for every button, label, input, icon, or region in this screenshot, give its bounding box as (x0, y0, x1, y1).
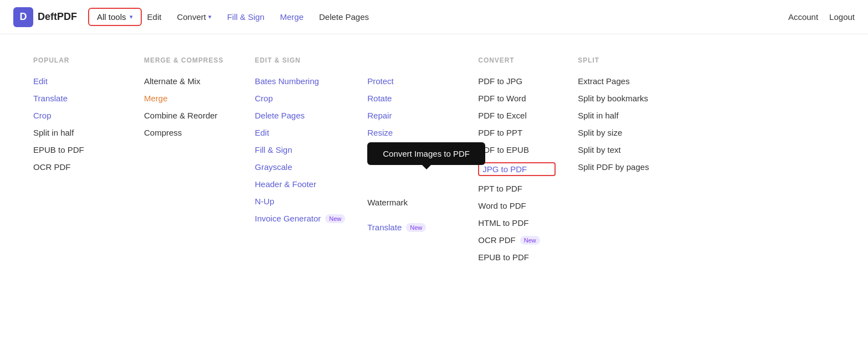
split-by-size[interactable]: Split by size (578, 128, 666, 137)
popular-edit[interactable]: Edit (33, 76, 122, 86)
popular-translate[interactable]: Translate (33, 94, 122, 103)
logo-icon: D (13, 7, 33, 27)
conv-pdf-to-jpg[interactable]: PDF to JPG (478, 76, 556, 86)
dropdown-area: POPULAR Edit Translate Crop Split in hal… (0, 34, 868, 295)
conv-word-to-pdf[interactable]: Word to PDF (478, 201, 556, 210)
logout-link[interactable]: Logout (829, 12, 855, 22)
es-edit[interactable]: Edit (255, 128, 345, 137)
conv-pdf-to-excel[interactable]: PDF to Excel (478, 111, 556, 120)
mc-combine-reorder[interactable]: Combine & Reorder (144, 111, 233, 120)
edit-sign2-items: Protect Rotate Repair Resize Sign Conver… (367, 76, 456, 232)
nav-right: Account Logout (788, 12, 855, 22)
es2-repair[interactable]: Repair (367, 111, 456, 120)
merge-compress-header: MERGE & COMPRESS (144, 56, 233, 64)
split-by-bookmarks[interactable]: Split by bookmarks (578, 94, 666, 103)
popular-items: Edit Translate Crop Split in half EPUB t… (33, 76, 122, 172)
new-badge: New (325, 214, 345, 223)
convert-header: CONVERT (478, 56, 556, 64)
es2-watermark[interactable]: Watermark (367, 198, 408, 207)
merge-compress-items: Alternate & Mix Merge Combine & Reorder … (144, 76, 233, 137)
popular-epub-to-pdf[interactable]: EPUB to PDF (33, 145, 122, 154)
navbar: D DeftPDF All tools ▾ Edit Convert ▾ Fil… (0, 0, 868, 34)
es2-rotate[interactable]: Rotate (367, 94, 456, 103)
es-invoice-generator[interactable]: Invoice Generator New (255, 214, 345, 223)
chevron-down-icon: ▾ (208, 13, 212, 20)
es-header-footer[interactable]: Header & Footer (255, 179, 345, 189)
chevron-down-icon: ▾ (130, 13, 133, 20)
es-bates-numbering[interactable]: Bates Numbering (255, 76, 345, 86)
nav-convert[interactable]: Convert ▾ (177, 12, 212, 22)
nav-delete-pages[interactable]: Delete Pages (319, 12, 369, 22)
es-n-up[interactable]: N-Up (255, 197, 345, 206)
popular-ocr-pdf[interactable]: OCR PDF (33, 162, 122, 172)
popular-split-in-half[interactable]: Split in half (33, 128, 122, 137)
popular-crop[interactable]: Crop (33, 111, 122, 120)
mc-compress[interactable]: Compress (144, 128, 233, 137)
tooltip-row: Convert Images to PDF Watermark (367, 170, 456, 207)
es-crop[interactable]: Crop (255, 94, 345, 103)
account-link[interactable]: Account (788, 12, 818, 22)
nav-merge[interactable]: Merge (280, 12, 304, 22)
split-column: SPLIT Extract Pages Split by bookmarks S… (578, 56, 689, 262)
logo-text: DeftPDF (38, 11, 77, 23)
nav-fill-sign[interactable]: Fill & Sign (227, 12, 265, 22)
logo-area[interactable]: D DeftPDF (13, 7, 77, 27)
split-in-half[interactable]: Split in half (578, 111, 666, 120)
mc-merge[interactable]: Merge (144, 94, 233, 103)
conv-pdf-to-ppt[interactable]: PDF to PPT (478, 128, 556, 137)
nav-edit[interactable]: Edit (147, 12, 162, 22)
split-header: SPLIT (578, 56, 666, 64)
conv-pdf-to-word[interactable]: PDF to Word (478, 94, 556, 103)
edit-sign-column2: PLACEHOLDER Protect Rotate Repair Resize… (367, 56, 478, 262)
split-by-pages[interactable]: Split PDF by pages (578, 162, 666, 172)
split-by-text[interactable]: Split by text (578, 145, 666, 154)
edit-sign-header: EDIT & SIGN (255, 56, 345, 64)
split-extract-pages[interactable]: Extract Pages (578, 76, 666, 86)
tooltip-box: Convert Images to PDF (367, 142, 485, 165)
merge-compress-column: MERGE & COMPRESS Alternate & Mix Merge C… (144, 56, 255, 262)
es-grayscale[interactable]: Grayscale (255, 162, 345, 172)
es-fill-sign[interactable]: Fill & Sign (255, 145, 345, 154)
mc-alternate-mix[interactable]: Alternate & Mix (144, 76, 233, 86)
edit-sign-column: EDIT & SIGN Bates Numbering Crop Delete … (255, 56, 367, 262)
conv-ocr-pdf[interactable]: OCR PDF New (478, 235, 556, 245)
es2-translate[interactable]: Translate New (367, 223, 456, 232)
es-delete-pages[interactable]: Delete Pages (255, 111, 345, 120)
popular-header: POPULAR (33, 56, 122, 64)
conv-ppt-to-pdf[interactable]: PPT to PDF (478, 184, 556, 193)
conv-jpg-to-pdf[interactable]: JPG to PDF (478, 162, 556, 176)
convert-column: CONVERT PDF to JPG PDF to Word PDF to Ex… (478, 56, 578, 262)
convert-items: PDF to JPG PDF to Word PDF to Excel PDF … (478, 76, 556, 262)
new-badge-translate: New (406, 223, 426, 232)
popular-column: POPULAR Edit Translate Crop Split in hal… (33, 56, 144, 262)
new-badge-ocr: New (520, 236, 540, 245)
all-tools-button[interactable]: All tools ▾ (88, 8, 142, 26)
nav-links: Edit Convert ▾ Fill & Sign Merge Delete … (147, 12, 788, 22)
split-items: Extract Pages Split by bookmarks Split i… (578, 76, 666, 172)
es2-resize[interactable]: Resize (367, 128, 456, 137)
all-tools-label: All tools (97, 12, 126, 22)
conv-html-to-pdf[interactable]: HTML to PDF (478, 218, 556, 228)
conv-epub-to-pdf[interactable]: EPUB to PDF (478, 252, 556, 262)
es2-protect[interactable]: Protect (367, 76, 456, 86)
edit-sign-items: Bates Numbering Crop Delete Pages Edit F… (255, 76, 345, 223)
conv-pdf-to-epub[interactable]: PDF to EPUB (478, 145, 556, 154)
